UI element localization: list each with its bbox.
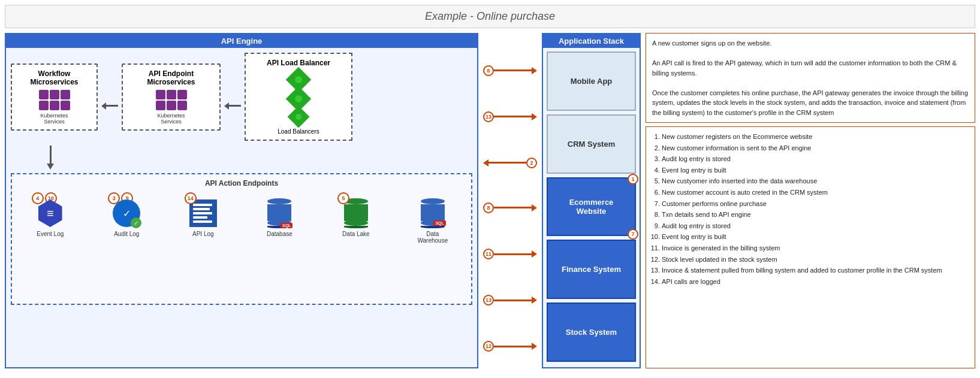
endpoint-data-lake: 5 Data Lake (341, 198, 371, 237)
dw-cylinder: SQL (421, 198, 445, 228)
list-item-13: Invoice & statement pulled from billing … (662, 265, 969, 276)
workflow-ms-title: WorkflowMicroservices (30, 69, 78, 86)
sql-badge: SQL (281, 223, 293, 228)
load-balancer-label: Load Balancers (278, 128, 319, 135)
dw-sql-badge: SQL (433, 220, 445, 226)
load-balancer-box: API Load Balancer (245, 53, 352, 141)
arrow-head-6 (532, 67, 537, 74)
list-item-8: Txn details send to API engine (662, 210, 969, 220)
badge-arrow-12: 12 (483, 341, 494, 352)
app-finance: Finance System (547, 240, 636, 299)
arrow-6: 6 (483, 65, 537, 76)
badge-arrow-11: 11 (483, 249, 494, 259)
arrow-line-13b (494, 300, 532, 301)
arrow-line-13a (494, 116, 532, 117)
api-action-endpoints-title: API Action Endpoints (17, 179, 466, 188)
dl-cylinder (344, 198, 368, 228)
endpoints-row: 4 10 ≡ Event Log 3 9 (17, 192, 466, 244)
app-crm-label: CRM System (568, 140, 615, 149)
list-item-14: API calls are logged (662, 277, 969, 288)
audit-check-icon: ✓ (131, 217, 141, 228)
arrow-2: 2 (483, 158, 537, 168)
app-mobile-label: Mobile App (571, 77, 613, 86)
list-item-7: Customer performs online purchase (662, 199, 969, 210)
db-cylinder: SQL (267, 198, 291, 228)
endpoint-audit-log: 3 9 ✓ ✓ Audit Log (111, 198, 141, 237)
description-panel: A new customer signs up on the website. … (646, 33, 975, 368)
app-stock: Stock System (547, 303, 636, 362)
arrow-head-2 (483, 159, 489, 167)
arrows-area: 6 13 2 8 (483, 33, 537, 368)
badge-arrow-13b: 13 (483, 295, 494, 306)
arrow-line-12 (494, 346, 532, 347)
desc-text-3: Once the customer completes his online p… (652, 88, 969, 118)
workflow-ms-sublabel: KubernetesServices (40, 113, 68, 125)
arrow-head-13a (532, 113, 537, 120)
k8s-icon-workflow (37, 90, 73, 110)
hex-icon: ≡ (37, 199, 64, 227)
app-stack-header: Application Stack (543, 34, 640, 48)
arrow-head-11 (532, 250, 537, 258)
badge-4: 4 (32, 192, 44, 204)
api-endpoint-ms-sublabel: KubernetesServices (157, 113, 185, 125)
data-lake-label: Data Lake (342, 231, 370, 237)
badge-arrow-8: 8 (483, 202, 494, 213)
app-mobile: Mobile App (547, 52, 636, 111)
list-item-6: New customer account is auto creted in t… (662, 188, 969, 198)
arrow-line-11 (494, 253, 532, 255)
arrow-12: 12 (483, 341, 537, 352)
badge-arrow-2: 2 (526, 158, 537, 168)
app-crm: CRM System (547, 114, 636, 174)
endpoint-event-log: 4 10 ≡ Event Log (35, 198, 65, 237)
app-ecommerce-label: EcommerceWebsite (569, 198, 614, 216)
desc-top-box: A new customer signs up on the website. … (646, 33, 975, 123)
lb-diamonds (290, 71, 307, 125)
badge-1: 1 (628, 174, 638, 185)
internal-arrow-2 (224, 102, 241, 110)
arrow-head-8 (532, 204, 537, 211)
list-item-9: Audit log entry is stored (662, 221, 969, 232)
list-item-4: Event log entry is built (662, 165, 969, 176)
arrow-13a: 13 (483, 111, 537, 122)
arrow-line-8 (494, 207, 532, 208)
database-label: Database (267, 231, 293, 237)
page-title: Example - Online purchase (5, 5, 975, 28)
api-endpoint-ms-box: API EndpointMicroservices KubernetesServ… (122, 63, 221, 131)
app-stock-label: Stock System (566, 328, 617, 337)
list-item-1: New customer registers on the Ecommerce … (662, 132, 969, 143)
data-warehouse-label: DataWarehouse (417, 231, 448, 244)
api-endpoint-ms-title: API EndpointMicroservices (147, 69, 195, 86)
list-item-11: Invoice is generated in the billing syst… (662, 243, 969, 254)
app-finance-label: Finance System (562, 265, 621, 274)
desc-list: New customer registers on the Ecommerce … (652, 132, 969, 287)
content-row: API Engine WorkflowMicroservices (5, 33, 975, 368)
app-ecommerce: 1 7 EcommerceWebsite (547, 177, 636, 237)
endpoint-data-warehouse: SQL DataWarehouse (417, 198, 448, 244)
badge-arrow-13a: 13 (483, 111, 494, 122)
main-container: Example - Online purchase API Engine Wor… (0, 0, 980, 378)
list-item-2: New customer information is sent to the … (662, 143, 969, 154)
internal-arrow-1 (101, 102, 118, 110)
database-icon: SQL (264, 198, 294, 228)
api-engine-header: API Engine (6, 34, 477, 48)
arrow-head-12 (532, 343, 537, 350)
list-item-5: New custyomer info inserted into the dat… (662, 176, 969, 187)
desc-text-2: An API call is fired to the API gateway,… (652, 58, 969, 78)
badge-5: 5 (337, 192, 349, 204)
vert-arrow (47, 146, 472, 170)
desc-bottom-box: New customer registers on the Ecommerce … (646, 126, 975, 368)
load-balancer-title: API Load Balancer (267, 59, 330, 67)
arrow-head-13b (532, 297, 537, 304)
api-engine-panel: API Engine WorkflowMicroservices (5, 33, 478, 368)
audit-log-label: Audit Log (114, 231, 139, 237)
list-item-10: Event log entry is built (662, 232, 969, 243)
app-stack-panel: Application Stack Mobile App CRM System … (542, 33, 641, 368)
audit-circle-icon: ✓ ✓ (113, 199, 140, 227)
api-log-label: API Log (192, 231, 214, 237)
badge-arrow-6: 6 (483, 65, 494, 76)
list-item-3: Audit log entry is stored (662, 154, 969, 165)
arrow-11: 11 (483, 249, 537, 259)
app-stack-inner: Mobile App CRM System 1 7 EcommerceWebsi… (543, 48, 640, 365)
data-warehouse-icon: SQL (418, 198, 448, 228)
api-engine-inner: WorkflowMicroservices KubernetesServices (6, 48, 477, 365)
